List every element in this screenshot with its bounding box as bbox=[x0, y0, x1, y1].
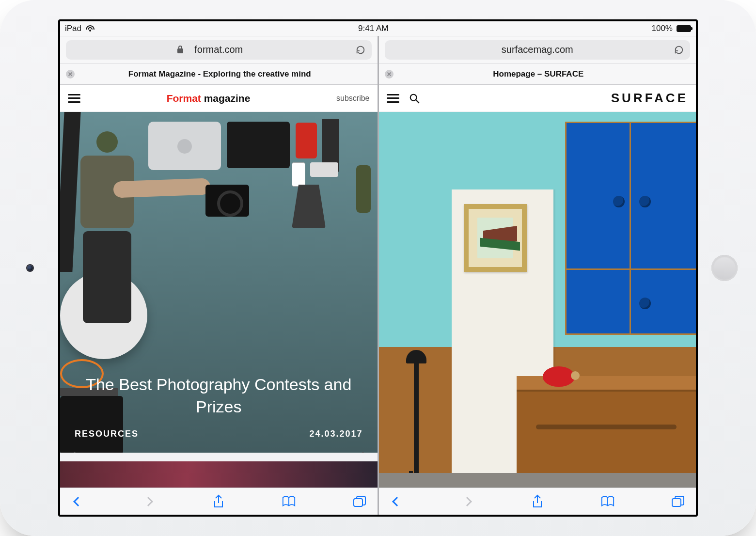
subscribe-link[interactable]: subscribe bbox=[336, 94, 369, 103]
blue-cabinet bbox=[565, 122, 696, 335]
forward-button[interactable] bbox=[141, 494, 156, 509]
format-header: Format magazine subscribe bbox=[60, 85, 378, 112]
right-address-row: surfacemag.com bbox=[379, 36, 696, 63]
framed-artwork bbox=[464, 204, 527, 272]
right-url-field[interactable]: surfacemag.com bbox=[385, 40, 691, 60]
forward-button[interactable] bbox=[460, 494, 474, 509]
close-tab-button[interactable] bbox=[385, 70, 394, 79]
ipad-device-frame: iPad 9:41 AM 100% format.com bbox=[0, 0, 756, 536]
tabs-button[interactable] bbox=[352, 494, 367, 509]
menu-icon[interactable] bbox=[387, 94, 399, 103]
battery-percent: 100% bbox=[652, 24, 673, 33]
hero-overlay: The Best Photography Contests and Prizes… bbox=[60, 363, 378, 453]
home-button[interactable] bbox=[711, 255, 738, 281]
status-bar: iPad 9:41 AM 100% bbox=[60, 21, 696, 36]
left-url-field[interactable]: format.com bbox=[66, 40, 372, 60]
divider-strip bbox=[60, 453, 378, 461]
reload-icon[interactable] bbox=[674, 45, 684, 55]
back-button[interactable] bbox=[390, 494, 404, 509]
surface-header: SURFACE bbox=[379, 85, 696, 112]
menu-icon[interactable] bbox=[68, 94, 80, 103]
right-url-text: surfacemag.com bbox=[502, 44, 573, 55]
flatlay-person bbox=[71, 131, 143, 335]
format-logo-word2: magazine bbox=[204, 93, 251, 104]
battery-icon bbox=[677, 25, 691, 32]
format-content[interactable]: The Best Photography Contests and Prizes… bbox=[60, 112, 378, 488]
format-logo-word1: Format bbox=[167, 93, 201, 104]
left-url-text: format.com bbox=[194, 44, 243, 55]
bookmarks-button[interactable] bbox=[282, 494, 296, 509]
room-floor bbox=[379, 473, 696, 488]
surface-content[interactable] bbox=[379, 112, 696, 488]
umbrella bbox=[414, 357, 419, 483]
hero-category: RESOURCES bbox=[75, 429, 139, 439]
screen: iPad 9:41 AM 100% format.com bbox=[60, 21, 696, 515]
close-tab-button[interactable] bbox=[66, 70, 75, 79]
lock-icon bbox=[177, 46, 183, 53]
back-button[interactable] bbox=[71, 494, 85, 509]
right-pane: surfacemag.com Homepage – SURFACE bbox=[379, 36, 696, 515]
flatlay-figurine bbox=[356, 165, 371, 213]
wifi-icon bbox=[85, 25, 95, 32]
red-piggy-bank bbox=[543, 366, 575, 387]
split-view: format.com Format Magazine - Exploring t… bbox=[60, 36, 696, 515]
hero-article[interactable]: The Best Photography Contests and Prizes… bbox=[60, 112, 378, 453]
front-camera bbox=[27, 265, 33, 271]
flatlay-laptop bbox=[148, 122, 221, 170]
search-icon[interactable] bbox=[409, 93, 420, 104]
svg-rect-0 bbox=[354, 499, 362, 506]
screen-bezel: iPad 9:41 AM 100% format.com bbox=[58, 19, 698, 517]
flatlay-camera bbox=[205, 185, 249, 217]
hero-image[interactable] bbox=[379, 112, 696, 488]
svg-rect-3 bbox=[672, 499, 681, 506]
right-toolbar bbox=[379, 488, 696, 515]
reload-icon[interactable] bbox=[355, 45, 366, 55]
flatlay-lamp bbox=[292, 185, 326, 228]
share-button[interactable] bbox=[530, 494, 545, 509]
surface-logo[interactable]: SURFACE bbox=[429, 91, 689, 106]
share-button[interactable] bbox=[211, 494, 226, 509]
flatlay-phone bbox=[292, 162, 305, 187]
svg-line-2 bbox=[416, 100, 419, 103]
right-tab-row: Homepage – SURFACE bbox=[379, 63, 696, 85]
left-pane: format.com Format Magazine - Exploring t… bbox=[60, 36, 378, 515]
left-address-row: format.com bbox=[60, 36, 378, 63]
tabs-button[interactable] bbox=[671, 494, 685, 509]
clock: 9:41 AM bbox=[358, 24, 388, 33]
hero-date: 24.03.2017 bbox=[309, 429, 362, 439]
flatlay-speaker bbox=[310, 162, 338, 177]
next-article-preview[interactable] bbox=[60, 461, 378, 488]
wood-sideboard bbox=[517, 376, 696, 488]
left-toolbar bbox=[60, 488, 378, 515]
flatlay-red-book bbox=[296, 123, 317, 158]
format-logo[interactable]: Format magazine bbox=[90, 93, 327, 104]
hero-title: The Best Photography Contests and Prizes bbox=[75, 374, 363, 418]
flatlay-tablet bbox=[227, 122, 290, 168]
right-tab-title[interactable]: Homepage – SURFACE bbox=[400, 69, 691, 79]
left-tab-title[interactable]: Format Magazine - Exploring the creative… bbox=[81, 69, 372, 79]
bookmarks-button[interactable] bbox=[600, 494, 615, 509]
left-tab-row: Format Magazine - Exploring the creative… bbox=[60, 63, 378, 85]
device-label: iPad bbox=[65, 24, 81, 33]
